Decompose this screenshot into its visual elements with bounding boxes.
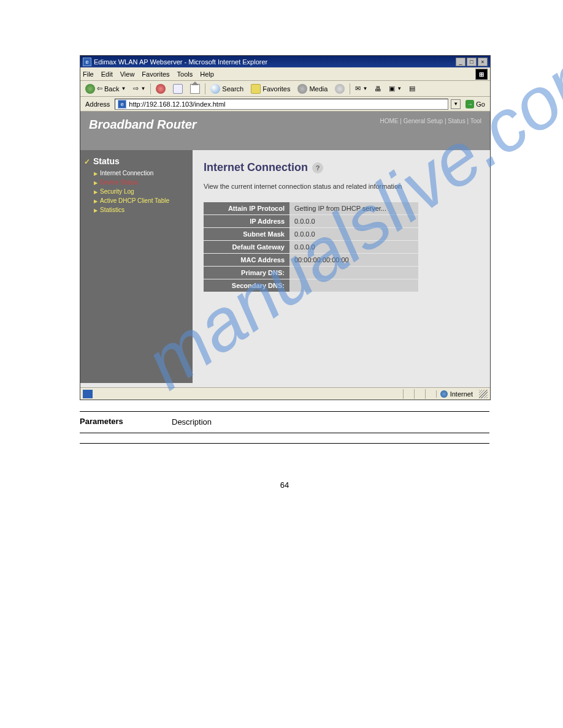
- ie-icon: e: [83, 58, 91, 66]
- home-button[interactable]: [188, 83, 202, 95]
- table-row: Default Gateway0.0.0.0: [204, 241, 418, 253]
- sidebar-item[interactable]: ▶Statistics: [94, 205, 189, 214]
- minimize-button[interactable]: _: [456, 58, 465, 66]
- nav-home[interactable]: HOME: [380, 118, 398, 124]
- security-zone: Internet: [436, 390, 477, 398]
- row-label: Primary DNS:: [204, 267, 289, 279]
- refresh-button[interactable]: [170, 83, 185, 95]
- stop-button[interactable]: [153, 83, 168, 95]
- back-icon: [85, 84, 95, 94]
- menu-view[interactable]: View: [120, 70, 135, 78]
- panel-description: View the current internet connection sta…: [204, 183, 479, 190]
- table-row: MAC Address00:00:00:00:00:00: [204, 254, 418, 266]
- toolbar: ⇦Back▼ ⇨ ▼ Search Favorites Media ✉▼ 🖶 ▣…: [80, 81, 490, 97]
- table-row: Subnet Mask0.0.0.0: [204, 228, 418, 240]
- row-value: 00:00:00:00:00:00: [289, 254, 418, 266]
- row-value: Getting IP from DHCP server...: [289, 202, 418, 214]
- page-content: Broadband Router HOME | General Setup | …: [80, 112, 490, 387]
- nav-tool[interactable]: Tool: [470, 118, 481, 124]
- params-header-label: Parameters: [80, 417, 172, 428]
- go-button[interactable]: → Go: [463, 99, 488, 110]
- row-label: IP Address: [204, 215, 289, 227]
- table-row: Primary DNS:: [204, 267, 418, 279]
- home-icon: [190, 84, 200, 94]
- nav-status[interactable]: Status: [448, 118, 465, 124]
- row-label: Default Gateway: [204, 241, 289, 253]
- page-number: 64: [80, 480, 489, 490]
- mail-button[interactable]: ✉▼: [353, 83, 370, 94]
- history-button[interactable]: [332, 83, 347, 95]
- router-nav: HOME | General Setup | Status | Tool: [380, 118, 481, 124]
- document-text: Parameters Description: [80, 411, 489, 444]
- stop-icon: [156, 84, 166, 94]
- router-brand: Broadband Router: [89, 118, 197, 132]
- go-icon: →: [465, 100, 474, 108]
- info-table: Attain IP ProtocolGetting IP from DHCP s…: [204, 202, 418, 292]
- menu-help[interactable]: Help: [200, 70, 214, 78]
- search-button[interactable]: Search: [208, 83, 246, 95]
- refresh-icon: [173, 84, 183, 94]
- table-row: Attain IP ProtocolGetting IP from DHCP s…: [204, 202, 418, 214]
- main-panel: Internet Connection ? View the current i…: [193, 150, 490, 383]
- resize-grip[interactable]: [479, 390, 488, 398]
- ie-logo-icon: ⊞: [475, 69, 488, 80]
- sidebar-item[interactable]: ▶Active DHCP Client Table: [94, 196, 189, 205]
- maximize-button[interactable]: □: [467, 58, 477, 66]
- media-icon: [297, 84, 307, 94]
- forward-button[interactable]: ⇨ ▼: [131, 83, 148, 94]
- params-header-desc: Description: [172, 417, 489, 428]
- globe-icon: [440, 390, 448, 398]
- search-icon: [210, 84, 220, 94]
- row-value: [289, 279, 418, 292]
- favorites-icon: [251, 84, 261, 94]
- address-value: http://192.168.12.103/index.html: [129, 100, 225, 108]
- menu-file[interactable]: File: [83, 70, 94, 78]
- close-button[interactable]: ×: [478, 58, 488, 66]
- status-icon: [83, 390, 93, 398]
- row-value: 0.0.0.0: [289, 228, 418, 240]
- router-header: Broadband Router HOME | General Setup | …: [80, 112, 490, 150]
- favorites-button[interactable]: Favorites: [248, 83, 293, 95]
- table-row: IP Address0.0.0.0: [204, 215, 418, 227]
- address-input[interactable]: e http://192.168.12.103/index.html: [115, 99, 448, 110]
- sidebar: Status ▶Internet Connection▶Device Statu…: [80, 150, 193, 383]
- discuss-button[interactable]: ▤: [407, 83, 418, 94]
- help-icon[interactable]: ?: [312, 162, 323, 173]
- sidebar-item[interactable]: ▶Security Log: [94, 187, 189, 196]
- sidebar-item[interactable]: ▶Device Status: [94, 178, 189, 187]
- nav-general[interactable]: General Setup: [404, 118, 443, 124]
- address-bar: Address e http://192.168.12.103/index.ht…: [80, 97, 490, 112]
- row-label: Attain IP Protocol: [204, 202, 289, 214]
- print-button[interactable]: 🖶: [372, 84, 384, 94]
- row-value: 0.0.0.0: [289, 215, 418, 227]
- panel-title: Internet Connection ?: [204, 161, 479, 174]
- back-button[interactable]: ⇦Back▼: [83, 83, 128, 95]
- table-row: Secondary DNS:: [204, 279, 418, 292]
- row-value: [289, 267, 418, 279]
- history-icon: [335, 84, 345, 94]
- window-title: Edimax WLAN AP Webserver - Microsoft Int…: [94, 58, 456, 66]
- titlebar: e Edimax WLAN AP Webserver - Microsoft I…: [80, 56, 490, 67]
- address-dropdown[interactable]: ▼: [451, 99, 461, 109]
- check-icon: [84, 156, 91, 162]
- menubar: File Edit View Favorites Tools Help ⊞: [80, 67, 490, 81]
- media-button[interactable]: Media: [295, 83, 330, 95]
- menu-tools[interactable]: Tools: [177, 70, 193, 78]
- row-label: MAC Address: [204, 254, 289, 266]
- row-label: Secondary DNS:: [204, 279, 289, 292]
- menu-edit[interactable]: Edit: [101, 70, 113, 78]
- address-label: Address: [83, 100, 112, 108]
- row-value: 0.0.0.0: [289, 241, 418, 253]
- sidebar-title: Status: [84, 156, 189, 166]
- row-label: Subnet Mask: [204, 228, 289, 240]
- sidebar-item[interactable]: ▶Internet Connection: [94, 169, 189, 178]
- menu-favorites[interactable]: Favorites: [142, 70, 169, 78]
- edit-button[interactable]: ▣▼: [386, 83, 404, 94]
- status-bar: Internet: [80, 387, 490, 400]
- browser-window: e Edimax WLAN AP Webserver - Microsoft I…: [80, 55, 491, 400]
- page-icon: e: [118, 100, 126, 108]
